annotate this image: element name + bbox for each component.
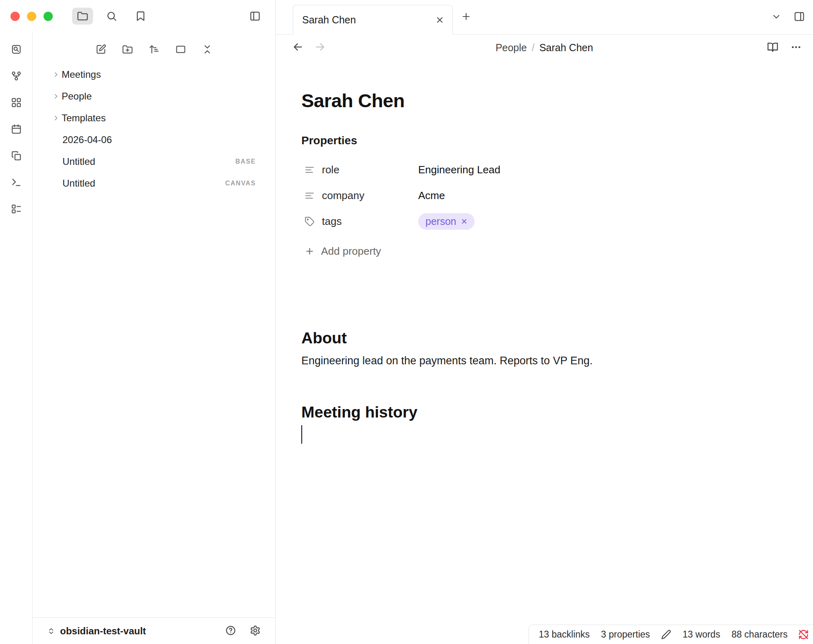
layout-grid-icon [11,97,22,108]
tree-item-untitled-base[interactable]: Untitled BASE [37,151,270,172]
breadcrumb: People / Sarah Chen [496,42,593,54]
tab-list-button[interactable] [771,11,782,23]
property-row-tags: tags person × [301,208,789,234]
minimize-window-button[interactable] [27,12,36,21]
tag-icon [305,216,315,226]
zoom-window-button[interactable] [44,12,53,21]
collapse-all-icon [202,44,213,55]
tab-bar-actions [771,11,805,23]
remove-tag-icon[interactable]: × [461,216,467,226]
layout-list-ribbon-button[interactable] [10,203,22,214]
breadcrumb-current[interactable]: Sarah Chen [539,42,593,54]
file-search-icon [11,44,22,55]
note-title[interactable]: Sarah Chen [301,89,789,112]
terminal-icon [11,177,22,188]
left-sidebar: Meetings People Templates [0,0,276,644]
tree-item-templates[interactable]: Templates [37,107,270,129]
add-property-button[interactable]: Add property [301,238,789,264]
tab-sarah-chen[interactable]: Sarah Chen × [293,5,453,35]
help-button[interactable] [225,625,236,637]
tree-item-label: People [62,91,92,102]
tree-item-people[interactable]: People [37,85,270,107]
tree-item-untitled-canvas[interactable]: Untitled CANVAS [37,172,270,194]
plus-icon [461,11,471,22]
sidebar-tab-switcher [72,8,151,25]
file-tree: Meetings People Templates [33,64,275,194]
property-key[interactable]: role [305,164,418,176]
tree-item-label: Untitled [62,156,95,167]
toggle-right-sidebar-button[interactable] [794,11,805,23]
toggle-left-sidebar-button[interactable] [245,8,265,25]
property-key-label: role [322,164,339,176]
arrow-right-icon [315,42,326,52]
bookmark-icon [135,10,146,22]
view-header: People / Sarah Chen [276,35,813,60]
collapse-all-button[interactable] [201,44,213,55]
tree-item-daily-note[interactable]: 2026-04-06 [37,129,270,151]
breadcrumb-parent[interactable]: People [496,42,527,54]
search-icon [106,10,117,22]
settings-button[interactable] [250,625,261,637]
backlinks-status[interactable]: 13 backlinks [539,629,590,640]
about-body[interactable]: Engineering lead on the payments team. R… [301,353,789,368]
bookmarks-tab-button[interactable] [130,8,151,25]
layout-list-icon [11,204,22,214]
calendar-ribbon-button[interactable] [10,123,22,135]
new-note-button[interactable] [95,44,106,55]
copy-ribbon-button[interactable] [10,150,22,161]
terminal-ribbon-button[interactable] [10,177,22,188]
word-count: 13 words [682,629,720,640]
vault-actions [225,625,261,637]
chevrons-up-down-icon [47,627,55,635]
tag-pill-person[interactable]: person × [418,213,475,230]
calendar-icon [11,124,22,135]
navigate-forward-button[interactable] [315,42,326,54]
reading-view-button[interactable] [767,42,778,54]
property-value[interactable]: Engineering Lead [418,164,500,176]
add-property-label: Add property [321,245,381,258]
graph-icon [11,71,22,81]
property-value[interactable]: Acme [418,189,445,202]
sort-order-button[interactable] [148,44,160,55]
explorer-toolbar [33,32,275,55]
status-bar: 13 backlinks 3 properties 13 words 88 ch… [529,625,813,644]
layout-grid-ribbon-button[interactable] [10,97,22,108]
tree-item-meetings[interactable]: Meetings [37,64,270,85]
frame-button[interactable] [175,44,186,55]
property-row-company: company Acme [301,183,789,208]
more-options-button[interactable] [790,42,802,54]
navigate-back-button[interactable] [292,42,303,54]
panel-left-icon [249,10,261,22]
meeting-history-heading[interactable]: Meeting history [301,403,789,421]
gear-icon [250,625,261,636]
close-tab-button[interactable]: × [433,13,446,26]
graph-ribbon-button[interactable] [10,70,22,81]
note-editor[interactable]: Sarah Chen Properties role Engineering L… [276,60,813,644]
new-folder-button[interactable] [122,44,133,55]
file-search-ribbon-button[interactable] [10,44,22,55]
tree-item-label: Templates [62,112,106,124]
close-window-button[interactable] [10,12,20,21]
property-key[interactable]: company [305,189,418,202]
sort-ascending-icon [149,44,160,55]
property-key-label: tags [322,215,342,228]
property-key[interactable]: tags [305,215,418,228]
files-tab-button[interactable] [72,8,93,25]
sync-error-icon[interactable] [798,629,809,640]
vault-switcher[interactable]: obsidian-test-vault [47,625,146,637]
main-pane: Sarah Chen × [276,0,813,644]
arrow-left-icon [292,42,303,52]
ellipsis-icon [790,42,802,53]
book-open-icon [767,42,778,53]
new-tab-button[interactable] [461,11,471,23]
properties-status[interactable]: 3 properties [601,629,650,640]
chevron-right-icon [52,71,60,79]
help-circle-icon [225,625,236,636]
new-folder-icon [122,44,133,55]
search-tab-button[interactable] [101,8,122,25]
about-heading[interactable]: About [301,329,789,347]
character-count: 88 characters [732,629,788,640]
left-body: Meetings People Templates [0,32,275,644]
file-type-badge: BASE [235,158,256,165]
view-actions [767,42,802,54]
